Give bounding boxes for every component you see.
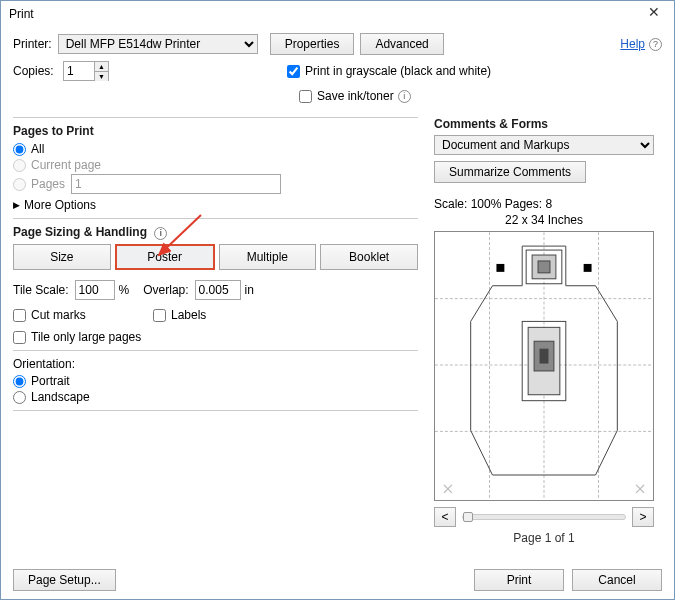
grayscale-checkbox[interactable]: [287, 65, 300, 78]
tilescale-pct: %: [119, 283, 130, 297]
pages-range-radio: [13, 178, 26, 191]
portrait-row[interactable]: Portrait: [13, 374, 418, 388]
pages-title: Pages to Print: [13, 124, 418, 138]
booklet-button[interactable]: Booklet: [320, 244, 418, 270]
pages-current-radio: [13, 159, 26, 172]
dimensions-label: 22 x 34 Inches: [434, 213, 654, 227]
cancel-button[interactable]: Cancel: [572, 569, 662, 591]
properties-button[interactable]: Properties: [270, 33, 355, 55]
printer-label: Printer:: [13, 37, 52, 51]
labels-checkbox[interactable]: [153, 309, 166, 322]
preview-prev-button[interactable]: <: [434, 507, 456, 527]
grayscale-label: Print in grayscale (black and white): [305, 64, 491, 78]
tileonly-row[interactable]: Tile only large pages: [13, 330, 418, 344]
landscape-label: Landscape: [31, 390, 90, 404]
size-button[interactable]: Size: [13, 244, 111, 270]
copies-input[interactable]: [64, 62, 94, 80]
multiple-button[interactable]: Multiple: [219, 244, 317, 270]
print-preview: [434, 231, 654, 501]
cutmarks-label: Cut marks: [31, 308, 86, 322]
pages-range-input: [71, 174, 281, 194]
overlap-input[interactable]: [195, 280, 241, 300]
print-button[interactable]: Print: [474, 569, 564, 591]
saveink-checkbox[interactable]: [299, 90, 312, 103]
saveink-label: Save ink/toner: [317, 89, 394, 103]
comments-title: Comments & Forms: [434, 117, 662, 131]
poster-button[interactable]: Poster: [115, 244, 215, 270]
page-of-label: Page 1 of 1: [434, 531, 654, 545]
preview-next-button[interactable]: >: [632, 507, 654, 527]
help-link[interactable]: Help: [620, 37, 645, 51]
saveink-checkbox-row[interactable]: Save ink/toner: [299, 89, 394, 103]
pages-all-label: All: [31, 142, 44, 156]
labels-label: Labels: [171, 308, 206, 322]
pages-range-row: Pages: [13, 174, 418, 194]
cutmarks-row[interactable]: Cut marks: [13, 308, 153, 322]
svg-rect-13: [496, 264, 504, 272]
svg-rect-14: [584, 264, 592, 272]
landscape-radio[interactable]: [13, 391, 26, 404]
pages-all-radio[interactable]: [13, 143, 26, 156]
cutmarks-checkbox[interactable]: [13, 309, 26, 322]
triangle-right-icon: ▶: [13, 200, 20, 210]
pages-current-label: Current page: [31, 158, 101, 172]
overlap-label: Overlap:: [143, 283, 188, 297]
help-info-icon[interactable]: ?: [649, 38, 662, 51]
copies-down-icon[interactable]: ▼: [95, 72, 108, 81]
tileonly-checkbox[interactable]: [13, 331, 26, 344]
copies-spinner[interactable]: ▲▼: [63, 61, 109, 81]
preview-svg: [435, 232, 653, 500]
tileonly-label: Tile only large pages: [31, 330, 141, 344]
scale-pages-label: Scale: 100% Pages: 8: [434, 197, 662, 211]
pages-current-row: Current page: [13, 158, 418, 172]
overlap-unit: in: [245, 283, 254, 297]
landscape-row[interactable]: Landscape: [13, 390, 418, 404]
portrait-radio[interactable]: [13, 375, 26, 388]
tilescale-input[interactable]: [75, 280, 115, 300]
svg-rect-12: [540, 349, 548, 363]
more-options-label: More Options: [24, 198, 96, 212]
more-options-toggle[interactable]: ▶ More Options: [13, 198, 418, 212]
pages-all-row[interactable]: All: [13, 142, 418, 156]
close-icon[interactable]: ✕: [638, 4, 670, 24]
grayscale-checkbox-row[interactable]: Print in grayscale (black and white): [287, 64, 491, 78]
preview-scrollbar[interactable]: [462, 514, 626, 520]
printer-select[interactable]: Dell MFP E514dw Printer: [58, 34, 258, 54]
advanced-button[interactable]: Advanced: [360, 33, 443, 55]
tilescale-label: Tile Scale:: [13, 283, 69, 297]
window-title: Print: [9, 7, 638, 21]
orientation-title: Orientation:: [13, 357, 418, 371]
preview-scroll-thumb[interactable]: [463, 512, 473, 522]
labels-row[interactable]: Labels: [153, 308, 206, 322]
saveink-info-icon[interactable]: i: [398, 90, 411, 103]
sizing-info-icon[interactable]: i: [154, 227, 167, 240]
copies-up-icon[interactable]: ▲: [95, 62, 108, 72]
summarize-button[interactable]: Summarize Comments: [434, 161, 586, 183]
copies-label: Copies:: [13, 64, 57, 78]
page-setup-button[interactable]: Page Setup...: [13, 569, 116, 591]
comments-select[interactable]: Document and Markups: [434, 135, 654, 155]
sizing-title: Page Sizing & Handling i: [13, 225, 418, 240]
svg-rect-8: [538, 261, 550, 273]
pages-range-label: Pages: [31, 177, 71, 191]
portrait-label: Portrait: [31, 374, 70, 388]
